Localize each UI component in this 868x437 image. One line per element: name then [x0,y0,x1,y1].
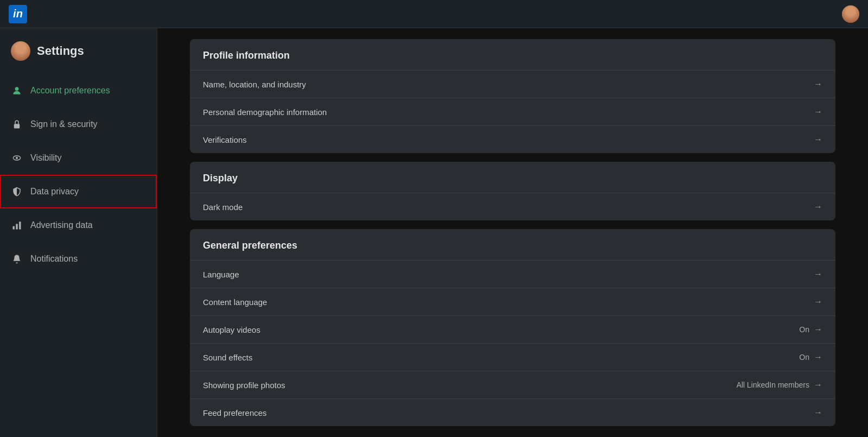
profile-information-title: Profile information [190,39,835,70]
card-item-content-language[interactable]: Content language → [190,288,835,315]
svg-rect-1 [14,124,20,128]
arrow-icon: → [814,269,822,279]
settings-header: Settings [0,41,157,74]
eye-icon [11,152,23,164]
arrow-icon: → [814,202,822,212]
linkedin-logo[interactable]: in [9,5,27,23]
topnav: in [0,0,868,28]
card-item-showing-profile-photos[interactable]: Showing profile photos All LinkedIn memb… [190,371,835,398]
svg-rect-4 [13,226,15,230]
card-item-sound-effects[interactable]: Sound effects On → [190,343,835,371]
sidebar-item-label-account-preferences: Account preferences [30,86,110,96]
svg-point-3 [16,157,18,159]
svg-point-0 [15,87,19,91]
display-title: Display [190,162,835,193]
arrow-icon: → [814,325,822,334]
sidebar-item-label-data-privacy: Data privacy [30,187,79,197]
chart-icon [11,219,23,231]
arrow-icon: → [814,352,822,362]
svg-rect-5 [16,224,17,230]
person-icon [11,85,23,97]
arrow-icon: → [814,408,822,417]
card-item-language[interactable]: Language → [190,260,835,288]
sound-effects-value: On [799,353,809,362]
sidebar-item-label-advertising-data: Advertising data [30,220,93,230]
arrow-icon: → [814,297,822,307]
sidebar: Settings Account preferences Sign in & s… [0,28,157,437]
settings-avatar [11,41,30,61]
general-preferences-title: General preferences [190,229,835,260]
sidebar-item-notifications[interactable]: Notifications [0,242,157,276]
arrow-icon: → [814,135,822,144]
arrow-icon: → [814,107,822,117]
main-content: Profile information Name, location, and … [157,28,868,437]
svg-rect-6 [19,221,21,229]
main-area: Settings Account preferences Sign in & s… [0,28,868,437]
display-card: Display Dark mode → [190,162,835,220]
user-avatar-nav[interactable] [842,5,859,23]
settings-title: Settings [37,44,84,58]
showing-profile-photos-value: All LinkedIn members [736,381,809,389]
card-item-autoplay-videos[interactable]: Autoplay videos On → [190,315,835,343]
lock-icon [11,118,23,130]
sidebar-item-visibility[interactable]: Visibility [0,141,157,175]
card-item-personal-demographic[interactable]: Personal demographic information → [190,98,835,125]
shield-icon [11,186,23,198]
arrow-icon: → [814,380,822,390]
general-preferences-card: General preferences Language → Content l… [190,229,835,426]
card-item-name-location[interactable]: Name, location, and industry → [190,70,835,98]
card-item-verifications[interactable]: Verifications → [190,125,835,153]
sidebar-item-sign-in-security[interactable]: Sign in & security [0,107,157,141]
profile-information-card: Profile information Name, location, and … [190,39,835,153]
sidebar-item-data-privacy[interactable]: Data privacy [0,175,157,208]
sidebar-item-label-visibility: Visibility [30,153,62,163]
arrow-icon: → [814,79,822,89]
autoplay-videos-value: On [799,325,809,334]
sidebar-item-advertising-data[interactable]: Advertising data [0,208,157,242]
sidebar-item-label-sign-in-security: Sign in & security [30,119,98,129]
bell-icon [11,253,23,265]
card-item-feed-preferences[interactable]: Feed preferences → [190,398,835,426]
sidebar-item-label-notifications: Notifications [30,254,78,264]
sidebar-item-account-preferences[interactable]: Account preferences [0,74,157,107]
card-item-dark-mode[interactable]: Dark mode → [190,193,835,220]
